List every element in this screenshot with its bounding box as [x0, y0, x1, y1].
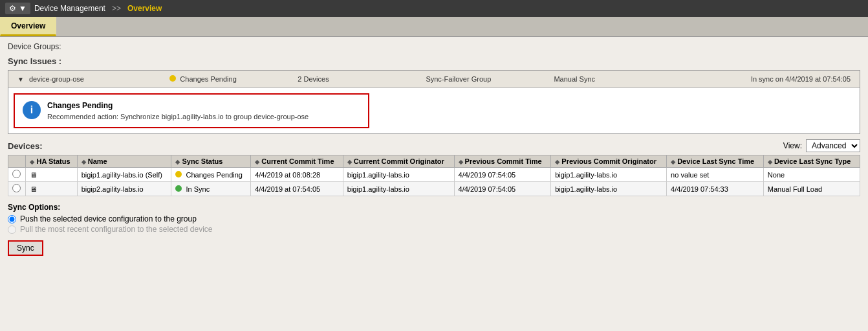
row2-ha-icon: 🖥: [30, 185, 37, 193]
col-device-last-sync-time: ◆ Device Last Sync Time: [667, 155, 764, 168]
sync-issues-header-row[interactable]: ▼ device-group-ose Changes Pending 2 Dev…: [8, 71, 860, 88]
sync-group-col: ▼ device-group-ose: [14, 73, 166, 85]
toggle-arrow-icon: ▼: [17, 76, 24, 83]
col-current-commit-time-label: Current Commit Time: [261, 157, 334, 165]
sync-devices-count: 2 Devices: [298, 75, 329, 83]
sync-options-title: Sync Options:: [8, 203, 860, 212]
view-control: View: Advanced: [783, 139, 860, 152]
sort-arrow-dlstype: ◆: [768, 159, 772, 165]
row2-current-commit-time: 4/4/2019 at 07:54:05: [251, 182, 343, 196]
table-row: 🖥 bigip2.agility-labs.io In Sync 4/4/201…: [8, 182, 860, 196]
sync-option-2-label: Pull the most recent configuration to th…: [20, 225, 213, 234]
row1-sync-status-text: Changes Pending: [186, 171, 242, 179]
sort-arrow-cco: ◆: [347, 159, 352, 165]
col-current-commit-originator-label: Current Commit Originator: [354, 157, 444, 165]
col-sync-status-label: Sync Status: [182, 157, 222, 165]
device-groups-label: Device Groups:: [8, 42, 860, 51]
col-device-last-sync-type-label: Device Last Sync Type: [774, 157, 851, 165]
sync-type-col: Manual Sync: [550, 73, 678, 85]
breadcrumb-current: Overview: [127, 4, 162, 13]
sync-last-sync: In sync on 4/4/2019 at 07:54:05: [751, 75, 851, 83]
sync-option-1-radio[interactable]: [8, 215, 16, 223]
col-sync-status: ◆ Sync Status: [171, 155, 251, 168]
col-previous-commit-originator: ◆ Previous Commit Originator: [551, 155, 667, 168]
sort-arrow-name: ◆: [81, 159, 86, 165]
sync-group-name: device-group-ose: [29, 75, 84, 83]
col-device-last-sync-type: ◆ Device Last Sync Type: [763, 155, 860, 168]
row2-previous-commit-originator: bigip1.agility-labs.io: [551, 182, 667, 196]
devices-title: Devices:: [8, 141, 42, 151]
sync-group-type: Sync-Failover Group: [426, 75, 491, 83]
dropdown-icon: ▼: [19, 4, 27, 13]
sync-status-col: Changes Pending: [166, 73, 294, 85]
col-device-last-sync-time-label: Device Last Sync Time: [677, 157, 754, 165]
row2-name: bigip2.agility-labs.io: [77, 182, 171, 196]
row2-device-last-sync-time: 4/4/2019 07:54:33: [667, 182, 764, 196]
sync-button[interactable]: Sync: [8, 240, 43, 256]
row1-device-last-sync-type: None: [763, 168, 860, 182]
info-icon: i: [23, 101, 41, 119]
sync-option-1-row: Push the selected device configuration t…: [8, 214, 860, 223]
row1-status-dot: [175, 171, 182, 177]
row2-radio-cell[interactable]: [8, 182, 26, 196]
row2-sync-status: In Sync: [171, 182, 251, 196]
gear-icon: ⚙: [9, 4, 16, 13]
row2-sync-status-text: In Sync: [186, 185, 210, 193]
col-checkbox: [8, 155, 26, 168]
info-box: i Changes Pending Recommended action: Sy…: [14, 93, 369, 128]
row2-status-dot: [175, 185, 182, 192]
sort-arrow-cct: ◆: [255, 159, 259, 165]
row1-previous-commit-originator: bigip1.agility-labs.io: [551, 168, 667, 182]
sync-last-sync-col: In sync on 4/4/2019 at 07:54:05: [678, 73, 854, 85]
row2-previous-commit-time: 4/4/2019 07:54:05: [454, 182, 551, 196]
col-name: ◆ Name: [77, 155, 171, 168]
row1-current-commit-time: 4/4/2019 at 08:08:28: [251, 168, 343, 182]
tab-overview-label: Overview: [11, 21, 45, 30]
row1-ha-status: 🖥: [26, 168, 77, 182]
row1-radio-cell[interactable]: [8, 168, 26, 182]
row1-previous-commit-time: 4/4/2019 07:54:05: [454, 168, 551, 182]
info-text: Changes Pending Recommended action: Sync…: [47, 101, 309, 120]
row1-sync-status: Changes Pending: [171, 168, 251, 182]
devices-section-header: Devices: View: Advanced: [8, 139, 860, 152]
table-row: 🖥 bigip1.agility-labs.io (Self) Changes …: [8, 168, 860, 182]
info-title: Changes Pending: [47, 101, 309, 110]
col-name-label: Name: [88, 157, 107, 165]
sync-devices-count-col: 2 Devices: [294, 73, 422, 85]
col-ha-status-label: HA Status: [36, 157, 70, 165]
col-previous-commit-time: ◆ Previous Commit Time: [454, 155, 551, 168]
sync-status-text: Changes Pending: [180, 75, 236, 83]
view-select[interactable]: Advanced: [806, 139, 860, 152]
sort-arrow-ha: ◆: [30, 159, 34, 165]
tab-overview[interactable]: Overview: [0, 17, 56, 36]
row2-device-last-sync-type: Manual Full Load: [763, 182, 860, 196]
sync-type: Manual Sync: [554, 75, 595, 83]
breadcrumb-app-name: Device Management: [34, 4, 105, 13]
row2-radio[interactable]: [12, 184, 21, 192]
breadcrumb-separator: >>: [112, 4, 121, 13]
sync-issues-title: Sync Issues :: [8, 56, 860, 66]
sync-group-type-col: Sync-Failover Group: [422, 73, 550, 85]
row1-name: bigip1.agility-labs.io (Self): [77, 168, 171, 182]
sync-option-2-radio[interactable]: [8, 225, 16, 234]
gear-area[interactable]: ⚙ ▼: [5, 3, 30, 14]
row1-radio[interactable]: [12, 170, 21, 178]
col-ha-status: ◆ HA Status: [26, 155, 77, 168]
header-bar: ⚙ ▼ Device Management >> Overview: [0, 0, 868, 17]
sort-arrow-sync: ◆: [175, 159, 180, 165]
row1-ha-icon: 🖥: [30, 171, 37, 179]
col-previous-commit-time-label: Previous Commit Time: [465, 157, 542, 165]
sort-arrow-dlst: ◆: [671, 159, 675, 165]
row2-current-commit-originator: bigip1.agility-labs.io: [343, 182, 454, 196]
table-header-row: ◆ HA Status ◆ Name ◆ Sync Status ◆ Curre…: [8, 155, 860, 168]
main-content: Device Groups: Sync Issues : ▼ device-gr…: [0, 37, 868, 331]
table-header: ◆ HA Status ◆ Name ◆ Sync Status ◆ Curre…: [8, 155, 860, 168]
view-label: View:: [783, 141, 802, 150]
status-dot-yellow: [169, 75, 176, 82]
row2-ha-status: 🖥: [26, 182, 77, 196]
col-previous-commit-originator-label: Previous Commit Originator: [561, 157, 656, 165]
row1-current-commit-originator: bigip1.agility-labs.io: [343, 168, 454, 182]
col-current-commit-originator: ◆ Current Commit Originator: [343, 155, 454, 168]
sync-option-1-label: Push the selected device configuration t…: [20, 214, 197, 223]
sort-arrow-pct: ◆: [459, 159, 463, 165]
